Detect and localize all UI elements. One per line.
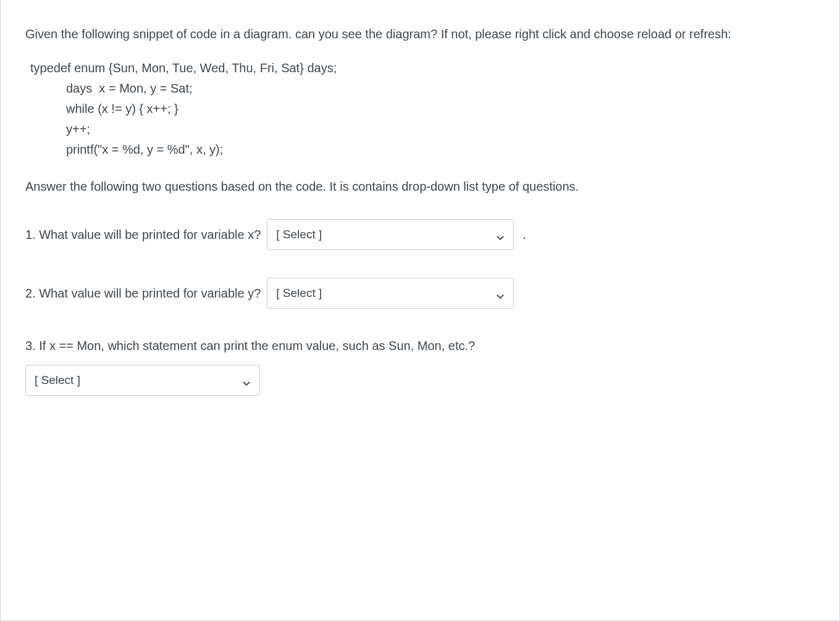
question-3-select[interactable]: [ Select ] [25, 365, 260, 396]
question-1-row: 1. What value will be printed for variab… [25, 219, 815, 250]
code-line-2: days x = Mon, y = Sat; [30, 78, 815, 99]
intro-text: Given the following snippet of code in a… [25, 25, 815, 43]
question-container: Given the following snippet of code in a… [0, 0, 840, 621]
chevron-down-icon [496, 289, 505, 298]
answer-intro-text: Answer the following two questions based… [25, 177, 815, 196]
question-2-select-placeholder: [ Select ] [276, 285, 322, 302]
code-line-1: typedef enum {Sun, Mon, Tue, Wed, Thu, F… [30, 58, 815, 78]
question-1-suffix: . [523, 225, 526, 244]
question-2-select[interactable]: [ Select ] [267, 278, 514, 309]
question-2-label: 2. What value will be printed for variab… [25, 284, 261, 302]
chevron-down-icon [242, 376, 251, 385]
question-3-select-row: [ Select ] [25, 365, 815, 396]
question-3-row: 3. If x == Mon, which statement can prin… [25, 336, 815, 355]
chevron-down-icon [496, 230, 505, 239]
code-line-5: printf("x = %d, y = %d", x, y); [30, 140, 815, 160]
code-block: typedef enum {Sun, Mon, Tue, Wed, Thu, F… [30, 58, 815, 160]
question-1-select-placeholder: [ Select ] [276, 226, 322, 244]
code-line-3: while (x != y) { x++; } [30, 99, 815, 119]
question-2-row: 2. What value will be printed for variab… [25, 278, 815, 309]
code-line-4: y++; [30, 119, 815, 140]
question-3-select-placeholder: [ Select ] [35, 372, 80, 390]
question-1-label: 1. What value will be printed for variab… [25, 225, 261, 244]
question-3-label: 3. If x == Mon, which statement can prin… [25, 336, 475, 355]
question-1-select[interactable]: [ Select ] [267, 219, 514, 250]
